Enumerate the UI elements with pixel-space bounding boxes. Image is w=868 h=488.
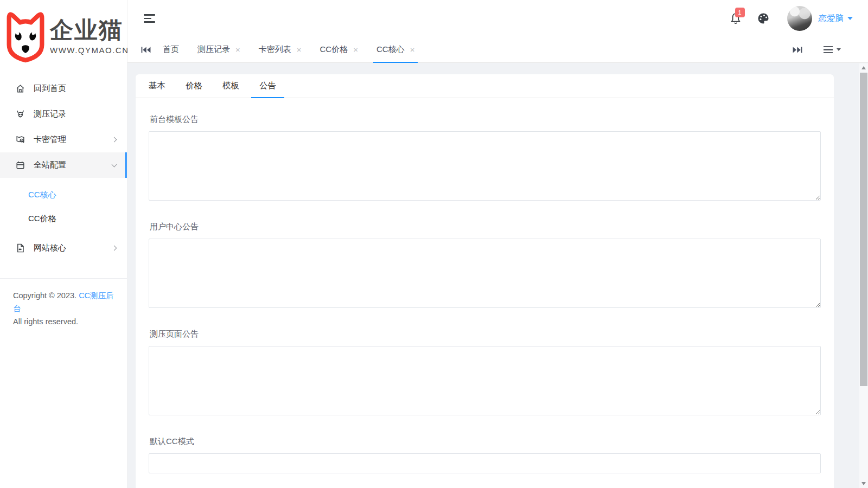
tab-template[interactable]: 模板: [222, 74, 239, 98]
copyright-prefix: Copyright © 2023.: [13, 291, 76, 300]
sidebar-item-card-management[interactable]: 卡密管理: [0, 127, 127, 152]
sidebar-item-label: 卡密管理: [34, 134, 66, 145]
sidebar-item-site-config[interactable]: 全站配置: [0, 152, 127, 178]
sidebar-subitem-label: CC价格: [28, 214, 56, 224]
calendar-icon: [15, 160, 25, 171]
menu-lines-icon: [824, 44, 833, 55]
brand-logo[interactable]: 企业猫 WWW.QYMAO.CN: [0, 0, 127, 69]
bug-icon: [15, 109, 25, 120]
page-tab-label: 首页: [163, 44, 179, 55]
field-label-front-template-announcement: 前台模板公告: [150, 114, 820, 125]
default-cc-mode-input[interactable]: [149, 453, 821, 473]
page-tab-label: CC核心: [376, 44, 405, 55]
settings-tabs: 基本 价格 模板 公告: [136, 74, 834, 98]
front-template-announcement-textarea[interactable]: [149, 131, 821, 201]
announcement-form: 前台模板公告 用户中心公告 测压页面公告 默认CC模式 对接CCapi: [149, 98, 821, 488]
field-label-test-page-announcement: 测压页面公告: [150, 329, 820, 339]
tab-basic[interactable]: 基本: [149, 74, 165, 98]
document-icon: [15, 243, 25, 254]
sidebar-item-label: 网站核心: [34, 243, 66, 253]
tab-announcement[interactable]: 公告: [259, 74, 276, 98]
theme-palette-icon[interactable]: [757, 12, 770, 25]
brand-text: 企业猫 WWW.QYMAO.CN: [50, 17, 129, 55]
cards-search-icon: [15, 134, 25, 145]
sidebar-subitem-label: CC核心: [28, 190, 56, 200]
sidebar-item-records[interactable]: 测压记录: [0, 101, 127, 127]
home-icon: [15, 84, 25, 94]
sidebar-menu: 回到首页 测压记录 卡密管理: [0, 76, 127, 261]
page-tab-cc-core[interactable]: CC核心: [367, 37, 424, 62]
copyright: Copyright © 2023. CC测压后台 All rights rese…: [0, 279, 127, 339]
content-area: 基本 价格 模板 公告 前台模板公告 用户中心公告 测压页面: [127, 63, 868, 488]
page-tab-cc-price[interactable]: CC价格: [311, 37, 367, 62]
tab-label: 基本: [149, 80, 165, 92]
test-page-announcement-textarea[interactable]: [149, 346, 821, 415]
sidebar-item-label: 全站配置: [34, 160, 66, 170]
page-tab-label: 卡密列表: [259, 44, 291, 55]
sidebar-item-label: 回到首页: [34, 84, 66, 94]
scrollbar-down-arrow[interactable]: [859, 479, 868, 488]
copyright-suffix: All rights reserved.: [13, 317, 78, 326]
brand-name: 企业猫: [50, 17, 129, 43]
sidebar: 企业猫 WWW.QYMAO.CN 回到首页 测压记录: [0, 0, 127, 488]
user-avatar[interactable]: [787, 6, 812, 31]
sidebar-item-home[interactable]: 回到首页: [0, 76, 127, 101]
sidebar-item-label: 测压记录: [34, 109, 66, 119]
user-center-announcement-textarea[interactable]: [149, 239, 821, 308]
scrollbar-thumb[interactable]: [860, 73, 867, 386]
sidebar-item-website-core[interactable]: 网站核心: [0, 235, 127, 261]
settings-card: 基本 价格 模板 公告 前台模板公告 用户中心公告 测压页面: [136, 74, 834, 488]
menu-caret-icon: [837, 48, 841, 51]
scroll-tabs-left-icon[interactable]: [138, 46, 154, 54]
topbar: 1 恋爱脑: [127, 0, 868, 37]
close-icon[interactable]: [235, 46, 240, 54]
tabs-options-menu[interactable]: [821, 44, 843, 55]
field-label-user-center-announcement: 用户中心公告: [150, 222, 820, 232]
tab-price[interactable]: 价格: [186, 74, 202, 98]
chevron-right-icon: [112, 137, 117, 143]
close-icon[interactable]: [410, 46, 415, 54]
close-icon[interactable]: [297, 46, 302, 54]
sidebar-subitem-cc-price[interactable]: CC价格: [0, 207, 127, 230]
chevron-right-icon: [112, 246, 117, 251]
cat-logo-icon: [3, 8, 48, 64]
username-label: 恋爱脑: [819, 13, 844, 24]
notification-bell[interactable]: 1: [730, 12, 742, 25]
page-tab-card-list[interactable]: 卡密列表: [250, 37, 311, 62]
sidebar-collapse-icon[interactable]: [144, 12, 155, 25]
scrollbar-up-arrow[interactable]: [859, 63, 868, 72]
page-scrollbar[interactable]: [859, 63, 868, 488]
tab-label: 价格: [186, 80, 202, 92]
tab-label: 模板: [222, 80, 239, 92]
user-menu[interactable]: 恋爱脑: [819, 13, 853, 24]
page-tab-records[interactable]: 测压记录: [188, 37, 250, 62]
main-area: 1 恋爱脑 首页: [127, 0, 868, 488]
close-icon[interactable]: [353, 46, 358, 54]
page-tab-home[interactable]: 首页: [154, 37, 188, 62]
notification-badge: 1: [735, 8, 745, 17]
chevron-down-icon: [112, 162, 117, 167]
sidebar-subitem-cc-core[interactable]: CC核心: [0, 183, 127, 207]
tab-label: 公告: [259, 80, 276, 92]
page-tabs-bar: 首页 测压记录 卡密列表 CC价格 CC核心: [127, 37, 868, 63]
page-tab-label: 测压记录: [197, 44, 230, 55]
user-caret-icon: [847, 17, 853, 20]
page-tab-label: CC价格: [320, 44, 348, 55]
brand-website: WWW.QYMAO.CN: [50, 46, 129, 55]
field-label-default-cc-mode: 默认CC模式: [150, 436, 820, 447]
scroll-tabs-right-icon[interactable]: [790, 46, 805, 54]
